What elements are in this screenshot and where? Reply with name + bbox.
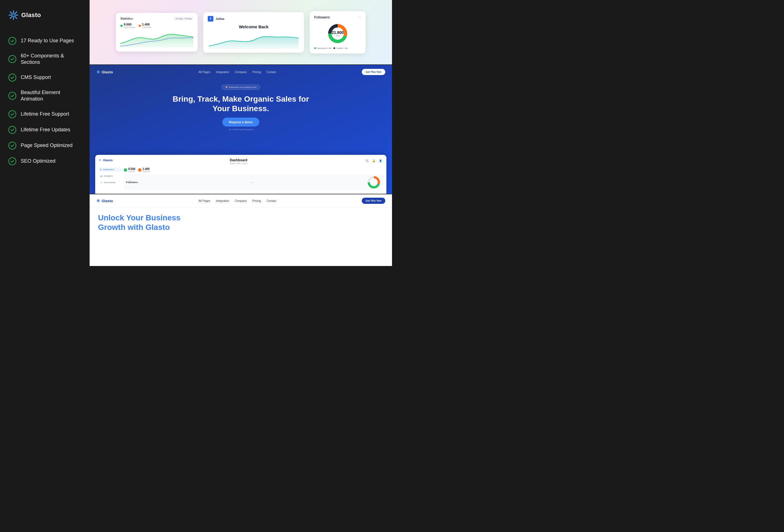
- feature-text: Lifetime Free Updates: [21, 127, 70, 133]
- db-followers-mini: Followers ···: [124, 174, 383, 190]
- nav-links: All Pages Integration Company Pricing Co…: [198, 71, 276, 74]
- db-brand-text: Glasto: [103, 159, 113, 162]
- dashboard-preview: ✳ Glasto Dashboard March 03th, 2024 🔍 🔔 …: [95, 155, 386, 194]
- search-icon[interactable]: 🔍: [365, 158, 370, 163]
- feature-text: Beautiful Element Animation: [21, 89, 81, 103]
- user-icon[interactable]: 👤: [378, 158, 383, 163]
- svg-line-5: [15, 16, 17, 19]
- sidebar-item-documents[interactable]: 📄 Documents: [99, 180, 121, 185]
- expense-icon: ↓: [138, 168, 141, 172]
- check-icon: [8, 110, 16, 118]
- db-sidebar: ⊞ Dashboard 📊 Analytics 📄 Documents: [99, 167, 121, 190]
- left-panel: Glasto 17 Ready to Use Pages 60+ Compone…: [0, 0, 90, 266]
- feature-item: Page Speed Optimized: [8, 142, 81, 149]
- db-title-area: Dashboard March 03th, 2024: [230, 158, 248, 165]
- twitter-label: Twitter 7.8k: [336, 47, 347, 50]
- check-icon: [8, 92, 16, 100]
- feature-item: 17 Ready to Use Pages: [8, 37, 81, 45]
- feature-text: SEO Optimized: [21, 158, 55, 164]
- bottom-get-this-template-button[interactable]: Get This Tem: [362, 198, 385, 204]
- nav-link-contact[interactable]: Contact: [267, 71, 276, 74]
- bottom-hero: Unlock Your Business Growth with Glasto: [90, 207, 392, 266]
- db-dots-menu[interactable]: ···: [251, 180, 254, 185]
- check-icon: [8, 157, 16, 165]
- feature-item: CMS Support: [8, 74, 81, 82]
- stat-item-1: 9.500 New Follow: [120, 23, 135, 29]
- welcome-title: Welcome Back: [208, 24, 300, 29]
- nav-logo-text: Glasto: [102, 70, 113, 74]
- income-label: Income: [128, 170, 135, 172]
- announce-badge: 📢 Announce our product soon: [222, 85, 260, 90]
- bottom-nav-allpages[interactable]: All Pages: [198, 199, 210, 202]
- nav-logo-star-icon: ✳: [96, 69, 100, 75]
- feature-item: SEO Optimized: [8, 157, 81, 165]
- sidebar-documents-label: Documents: [104, 181, 115, 184]
- svg-line-6: [15, 12, 17, 14]
- facebook-legend: Facebook 3.5k: [314, 47, 331, 50]
- feature-text: 60+ Components & Sections: [21, 53, 81, 66]
- bottom-nav: ✳ Glasto All Pages Integration Company P…: [90, 194, 392, 207]
- feature-item: Lifetime Free Support: [8, 110, 81, 118]
- stat-value-2: 1.400: [142, 23, 151, 26]
- feature-item: 60+ Components & Sections: [8, 53, 81, 66]
- facebook-dot: [314, 47, 316, 49]
- db-date: March 03th, 2024: [230, 162, 248, 165]
- svg-line-7: [10, 16, 12, 19]
- stat-label-2: UnFollow: [142, 26, 151, 29]
- announce-icon: 📢: [225, 86, 228, 88]
- dots-menu[interactable]: ···: [358, 15, 361, 20]
- db-icons: 🔍 🔔 👤: [365, 158, 383, 163]
- db-content: ⊞ Dashboard 📊 Analytics 📄 Documents: [99, 167, 383, 190]
- sidebar-item-dashboard[interactable]: ⊞ Dashboard: [99, 167, 121, 172]
- twitter-legend: Twitter 7.8k: [334, 47, 347, 50]
- nav-logo: ✳ Glasto: [96, 69, 113, 75]
- bottom-nav-integration[interactable]: Integration: [216, 199, 229, 202]
- screenshot-bottom: ✳ Glasto All Pages Integration Company P…: [90, 194, 392, 266]
- nav-link-pricing[interactable]: Pricing: [252, 71, 261, 74]
- jaifaa-label: Jaifaa: [216, 17, 224, 21]
- bottom-nav-star-icon: ✳: [96, 198, 100, 203]
- hero-line1: Unlock Your Business: [98, 213, 180, 222]
- mini-chart: [120, 31, 193, 48]
- get-this-template-button[interactable]: Get This Tem: [362, 69, 385, 75]
- nav-link-allpages[interactable]: All Pages: [198, 71, 210, 74]
- stat-dot-orange: [139, 25, 141, 27]
- income-icon: ↑: [124, 168, 127, 172]
- right-panel: Statistics 14 Aug - 25 Aug 9.500 New Fol…: [90, 0, 392, 266]
- check-icon: [8, 74, 16, 82]
- bottom-nav-pricing[interactable]: Pricing: [252, 199, 261, 202]
- total-value: 21.800: [332, 30, 344, 35]
- nav-link-integration[interactable]: Integration: [216, 71, 229, 74]
- feature-text: 17 Ready to Use Pages: [21, 37, 74, 44]
- check-icon: [8, 126, 16, 134]
- sidebar-item-analytics[interactable]: 📊 Analytics: [99, 174, 121, 178]
- bottom-nav-links: All Pages Integration Company Pricing Co…: [198, 199, 276, 202]
- mid-nav: ✳ Glasto All Pages Integration Company P…: [90, 65, 392, 79]
- twitter-dot: [334, 47, 335, 49]
- stats-card: Statistics 14 Aug - 25 Aug 9.500 New Fol…: [116, 13, 198, 52]
- bell-icon[interactable]: 🔔: [371, 158, 376, 163]
- db-followers-label: Followers: [126, 181, 138, 184]
- feature-item: Beautiful Element Animation: [8, 89, 81, 103]
- welcome-header: Z Jaifaa: [208, 16, 300, 22]
- nav-link-company[interactable]: Company: [235, 71, 247, 74]
- bottom-nav-contact[interactable]: Contact: [267, 199, 276, 202]
- request-demo-button[interactable]: Request a demo: [222, 118, 259, 127]
- db-stat-expense: ↓ 1.400 Expense: [138, 167, 150, 172]
- jaifaa-logo: Z: [208, 16, 213, 22]
- followers-header: Followers ···: [314, 15, 361, 20]
- feature-item: Lifetime Free Updates: [8, 126, 81, 134]
- feature-text: CMS Support: [21, 74, 51, 81]
- db-stats-row: ↑ 9.500 Income ↓ 1.400 Expense: [124, 167, 383, 172]
- db-stat-income: ↑ 9.500 Income: [124, 167, 135, 172]
- check-icon: [8, 55, 16, 63]
- bottom-nav-company[interactable]: Company: [235, 199, 247, 202]
- documents-icon: 📄: [100, 181, 103, 184]
- date-badge: 14 Aug - 25 Aug: [174, 17, 193, 21]
- stat-dot-green: [120, 25, 123, 27]
- sidebar-dashboard-label: Dashboard: [103, 168, 114, 171]
- bottom-nav-logo-text: Glasto: [102, 199, 113, 203]
- check-icon: [8, 142, 16, 149]
- statistics-label: Statistics: [120, 17, 133, 20]
- glasto-logo-icon: [8, 10, 19, 20]
